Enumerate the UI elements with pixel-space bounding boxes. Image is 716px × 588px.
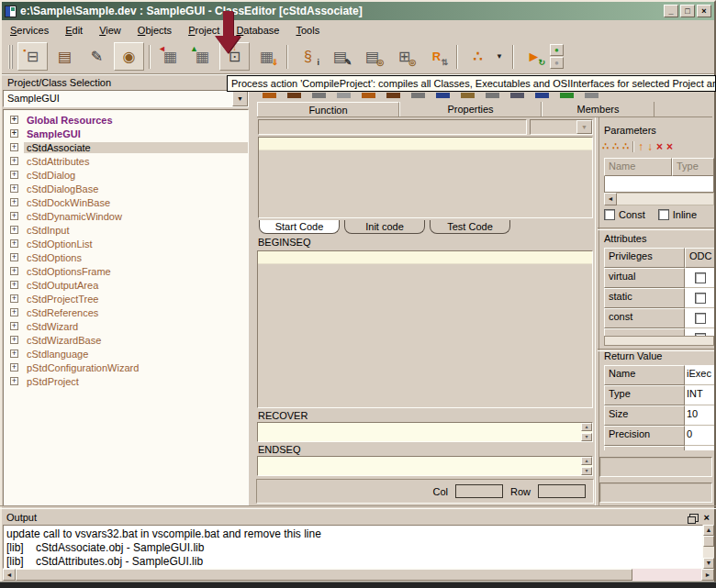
close-button[interactable]: × bbox=[697, 5, 711, 17]
scroll-left-icon[interactable]: ◄ bbox=[604, 193, 617, 205]
tree-item-global-resources[interactable]: +Global Resources bbox=[4, 113, 248, 127]
class-hierarchy-button[interactable]: ⊟ ▪ bbox=[17, 42, 48, 71]
expand-icon[interactable]: + bbox=[10, 116, 18, 124]
parameters-col-name[interactable]: Name bbox=[604, 158, 672, 176]
breakpoint-toggle-button[interactable]: ● ● bbox=[550, 44, 564, 69]
toolbar2-icon-sliver[interactable] bbox=[263, 93, 276, 98]
attribute-row-label[interactable]: const bbox=[604, 308, 685, 328]
return-value-row-label[interactable]: Name bbox=[604, 365, 685, 385]
toolbar2-icon-sliver[interactable] bbox=[461, 93, 475, 98]
attributes-col-odc[interactable]: ODC bbox=[685, 248, 714, 268]
return-value-row-label[interactable]: Size bbox=[604, 405, 685, 426]
tab-function[interactable]: Function bbox=[257, 102, 399, 116]
output-hscrollbar[interactable]: ◄ ► bbox=[3, 569, 714, 581]
return-value-size[interactable]: 10 bbox=[685, 405, 714, 426]
menu-tools[interactable]: Tools bbox=[287, 22, 328, 39]
find-in-document-button[interactable]: ▤ ◎ bbox=[357, 42, 387, 71]
find-in-files-button[interactable]: ⊞ ◎ bbox=[389, 42, 420, 71]
scroll-down-icon[interactable]: ▼ bbox=[703, 558, 714, 569]
refresh-references-button[interactable]: R ⇅ bbox=[421, 42, 452, 71]
attribute-checkbox-cell[interactable] bbox=[685, 288, 714, 308]
tree-item[interactable]: +cStdOptionsFrame bbox=[4, 264, 248, 278]
edit-note-button[interactable]: ✎ bbox=[82, 42, 112, 71]
tree-item[interactable]: +cStdOptions bbox=[4, 250, 248, 264]
scroll-up-icon[interactable]: ▲ bbox=[703, 525, 714, 536]
delete-all-parameters-icon[interactable]: × bbox=[666, 141, 673, 152]
scroll-track[interactable] bbox=[703, 547, 714, 558]
function-list[interactable] bbox=[258, 137, 593, 218]
return-value-name[interactable]: iExec bbox=[685, 365, 714, 385]
menu-view[interactable]: View bbox=[91, 22, 129, 39]
expand-icon[interactable]: + bbox=[10, 253, 18, 261]
toolbar2-icon-sliver[interactable] bbox=[510, 93, 524, 98]
tree-item[interactable]: +cStdReferences bbox=[4, 305, 248, 319]
menu-objects[interactable]: Objects bbox=[129, 22, 180, 39]
tree-item[interactable]: +cStdOutputArea bbox=[4, 278, 248, 292]
expand-icon[interactable]: + bbox=[10, 349, 18, 358]
move-up-icon[interactable]: ↑ bbox=[638, 141, 643, 152]
spin-down-icon[interactable]: ▾ bbox=[581, 467, 592, 475]
tab-members[interactable]: Members bbox=[542, 102, 654, 116]
expand-icon[interactable]: + bbox=[10, 281, 18, 289]
function-list-cursor-row[interactable] bbox=[259, 138, 592, 150]
expand-icon[interactable]: + bbox=[10, 226, 18, 234]
tree-item[interactable]: +cStdDialogBase bbox=[4, 182, 248, 195]
output-list[interactable]: update call to vsvars32.bat in vscompile… bbox=[3, 525, 703, 569]
copy-parameter-icon[interactable]: ∴ bbox=[622, 141, 629, 151]
script-info-button[interactable]: § i bbox=[293, 42, 323, 71]
tree-item[interactable]: +cStdOptionList bbox=[4, 237, 248, 250]
catalog-book-button[interactable]: ▤ bbox=[50, 42, 80, 71]
toolbar2-icon-sliver[interactable] bbox=[560, 93, 574, 98]
tab-properties[interactable]: Properties bbox=[399, 102, 542, 116]
float-window-icon[interactable] bbox=[689, 514, 699, 522]
tree-item-cstdassociate[interactable]: +cStdAssociate bbox=[4, 140, 248, 154]
tree-item[interactable]: +pStdProject bbox=[4, 374, 248, 388]
scroll-track[interactable] bbox=[617, 193, 714, 205]
function-filter-combobox[interactable]: ▼ bbox=[530, 119, 593, 135]
expand-icon[interactable]: + bbox=[10, 294, 18, 303]
tree-item[interactable]: +cStdInput bbox=[4, 223, 248, 237]
checkin-class-button[interactable]: ▦ ▲ bbox=[187, 42, 218, 71]
output-vscrollbar[interactable]: ▲ ▼ bbox=[703, 525, 714, 569]
spin-up-icon[interactable]: ▴ bbox=[581, 457, 592, 465]
toolbar2-icon-sliver[interactable] bbox=[287, 93, 301, 98]
menu-edit[interactable]: Edit bbox=[57, 22, 91, 39]
inline-checkbox[interactable] bbox=[658, 209, 669, 220]
toolbar2-icon-sliver[interactable] bbox=[386, 93, 400, 98]
scroll-right-icon[interactable]: ► bbox=[701, 569, 714, 581]
expand-icon[interactable]: + bbox=[10, 143, 18, 151]
expand-icon[interactable]: + bbox=[10, 322, 18, 330]
rebuild-all-button[interactable]: ▦ ⇓ bbox=[252, 42, 282, 71]
toolbar2-icon-sliver[interactable] bbox=[486, 93, 499, 98]
tree-item[interactable]: +cStdWizard bbox=[4, 319, 248, 333]
tree-item[interactable]: +cStdAttributes bbox=[4, 154, 248, 168]
toolbar2-icon-sliver[interactable] bbox=[411, 93, 425, 98]
toolbar-dropdown-arrow[interactable]: ▼ bbox=[496, 52, 503, 61]
scroll-left-icon[interactable]: ◄ bbox=[3, 569, 16, 581]
toolbar2-icon-sliver[interactable] bbox=[535, 93, 549, 98]
spin-down-icon[interactable]: ▾ bbox=[581, 433, 592, 441]
toolbar2-icon-sliver[interactable] bbox=[585, 93, 599, 98]
virtual-checkbox[interactable] bbox=[695, 272, 706, 283]
expand-icon[interactable]: + bbox=[10, 336, 18, 344]
spin-up-icon[interactable]: ▴ bbox=[581, 423, 592, 431]
chevron-down-icon[interactable]: ▼ bbox=[576, 120, 592, 134]
attribute-row-label[interactable]: virtual bbox=[604, 268, 685, 288]
tree-item[interactable]: +pStdConfigurationWizard bbox=[4, 361, 248, 374]
output-line[interactable]: [lib] cStdAssociate.obj - SampleGUI.lib bbox=[6, 541, 702, 555]
tree-item[interactable]: +cStdWizardBase bbox=[4, 333, 248, 347]
toolbar2-icon-sliver[interactable] bbox=[337, 93, 351, 98]
add-reference-parameter-icon[interactable]: ∴ bbox=[612, 141, 619, 151]
expand-icon[interactable]: + bbox=[10, 239, 18, 248]
parameters-table-body[interactable] bbox=[604, 176, 714, 193]
tree-item[interactable]: +cStdDockWinBase bbox=[4, 195, 248, 209]
expand-icon[interactable]: + bbox=[10, 308, 18, 316]
expand-icon[interactable]: + bbox=[10, 129, 18, 138]
toolbar2-icon-sliver[interactable] bbox=[362, 93, 375, 98]
tab-init-code[interactable]: Init code bbox=[344, 220, 425, 234]
checkout-class-button[interactable]: ▦ ◄ bbox=[155, 42, 185, 71]
toolbar-drag-handle[interactable] bbox=[8, 45, 13, 69]
scroll-thumb[interactable] bbox=[16, 569, 632, 581]
expand-icon[interactable]: + bbox=[10, 363, 18, 372]
menu-services[interactable]: Services bbox=[2, 22, 57, 39]
